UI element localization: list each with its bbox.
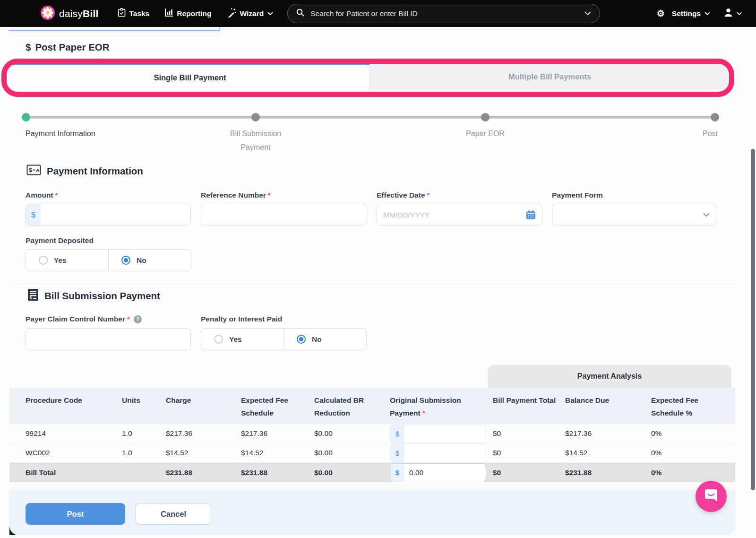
- amount-label: Amount *: [26, 191, 58, 200]
- cell-procedure-code: WC002: [26, 449, 122, 457]
- radio-selected-icon[interactable]: [297, 335, 306, 344]
- vertical-scrollbar-thumb[interactable]: [751, 149, 755, 490]
- required-asterisk: *: [268, 191, 271, 200]
- chevron-down-icon: [267, 12, 273, 16]
- payment-deposited-radio-group: Yes No: [26, 249, 191, 271]
- section-divider: [9, 284, 735, 284]
- original-payment-total-field[interactable]: $: [390, 463, 486, 482]
- penalty-yes-option[interactable]: Yes: [201, 329, 284, 350]
- cell-expected-pct: 0%: [651, 429, 735, 438]
- original-payment-field[interactable]: $: [390, 443, 486, 462]
- brand-bill: Bill: [83, 8, 98, 19]
- payment-deposited-yes-option[interactable]: Yes: [26, 250, 109, 271]
- help-icon[interactable]: ?: [134, 315, 142, 323]
- nav-wizard-label: Wizard: [240, 9, 264, 18]
- search-input[interactable]: [309, 9, 579, 18]
- step-label-post: Post: [672, 127, 718, 140]
- cell-units: 1.0: [122, 449, 166, 457]
- payer-claim-input[interactable]: [26, 329, 190, 350]
- nav-tasks[interactable]: Tasks: [118, 8, 150, 19]
- no-label: No: [137, 256, 146, 265]
- chat-launcher-button[interactable]: [696, 481, 727, 512]
- original-payment-input[interactable]: [404, 444, 486, 462]
- wizard-wand-icon: [227, 8, 236, 19]
- calendar-icon[interactable]: [526, 210, 536, 220]
- tab-single-bill-payment[interactable]: Single Bill Payment: [10, 63, 370, 90]
- col-charge: Charge: [166, 394, 241, 424]
- required-asterisk: *: [55, 191, 58, 200]
- cell-bill-payment-total: $0: [493, 429, 565, 438]
- cell-bill-payment-total: $0: [493, 449, 565, 457]
- payment-analysis-banner: Payment Analysis: [488, 365, 731, 388]
- col-calculated-br-reduction: Calculated BR Reduction: [314, 394, 390, 424]
- chevron-down-icon: [703, 213, 710, 217]
- nav-reporting[interactable]: Reporting: [164, 9, 211, 18]
- cancel-button[interactable]: Cancel: [136, 503, 211, 525]
- nav-wizard[interactable]: Wizard: [227, 8, 274, 19]
- user-account-menu[interactable]: [722, 7, 742, 20]
- search-chevron-down-icon[interactable]: [584, 11, 591, 16]
- step-dot-post: [711, 113, 719, 121]
- top-navbar: daisyBill Tasks Reporting: [0, 0, 756, 27]
- radio-unselected-icon[interactable]: [214, 335, 223, 344]
- required-asterisk: *: [427, 191, 430, 200]
- radio-unselected-icon[interactable]: [39, 256, 48, 265]
- daisybill-logo[interactable]: daisyBill: [41, 6, 99, 22]
- reference-number-input[interactable]: [201, 204, 367, 226]
- cell-bill-total-label: Bill Total: [26, 469, 122, 477]
- step-label-payment-information: Payment Information: [26, 127, 95, 140]
- action-footer: Post Cancel: [9, 492, 735, 535]
- payment-form-label: Payment Form: [552, 191, 603, 200]
- global-search[interactable]: [287, 4, 600, 23]
- step-dot-bill-submission: [251, 113, 260, 121]
- tab-multiple-bill-payments[interactable]: Multiple Bill Payments: [370, 63, 730, 90]
- user-avatar-icon: [722, 7, 734, 20]
- payment-deposited-label-text: Payment Deposited: [26, 236, 94, 245]
- reference-number-field[interactable]: [201, 204, 367, 226]
- yes-label: Yes: [229, 335, 242, 344]
- effective-date-input[interactable]: [377, 204, 526, 226]
- cell-procedure-code: 99214: [26, 429, 122, 438]
- payer-claim-label-text: Payer Claim Control Number: [26, 315, 125, 323]
- radio-selected-icon[interactable]: [121, 256, 130, 265]
- payment-deposited-no-option[interactable]: No: [109, 250, 191, 271]
- amount-field[interactable]: $: [26, 204, 191, 226]
- currency-prefix: $: [390, 464, 404, 482]
- step-label-paper-eor: Paper EOR: [447, 127, 523, 140]
- check-money-icon: $: [26, 165, 41, 178]
- original-payment-field[interactable]: $: [390, 424, 486, 443]
- cell-units: 1.0: [122, 429, 166, 438]
- payer-claim-field[interactable]: [26, 328, 191, 350]
- cell-expected: $14.52: [241, 449, 314, 457]
- post-button[interactable]: Post: [26, 503, 125, 525]
- nav-settings[interactable]: ⚙ Settings: [657, 9, 710, 18]
- col-original-submission-payment: Original Submission Payment *: [390, 394, 493, 424]
- col-procedure-code: Procedure Code: [26, 394, 122, 424]
- amount-input[interactable]: [41, 204, 190, 226]
- original-payment-total-input[interactable]: [404, 464, 486, 482]
- original-payment-input[interactable]: [404, 425, 486, 443]
- dollar-icon: $: [26, 42, 31, 53]
- tasks-clipboard-icon: [118, 8, 126, 19]
- cell-bill-payment-total: $0: [493, 469, 565, 477]
- cell-charge: $217.36: [166, 429, 241, 438]
- payment-mode-tabs: Single Bill Payment Multiple Bill Paymen…: [10, 63, 730, 90]
- gear-icon: ⚙: [657, 9, 665, 18]
- amount-label-text: Amount: [26, 191, 53, 200]
- cell-expected: $217.36: [241, 429, 314, 438]
- payer-claim-label: Payer Claim Control Number * ?: [26, 315, 142, 323]
- brand-text: daisyBill: [59, 8, 99, 19]
- bill-submission-heading-text: Bill Submission Payment: [44, 290, 160, 302]
- nav-reporting-label: Reporting: [177, 9, 211, 18]
- col-expected-fee-schedule-pct: Expected Fee Schedule %: [651, 394, 735, 424]
- payment-form-label-text: Payment Form: [552, 191, 603, 200]
- step-dot-paper-eor: [481, 113, 490, 121]
- chevron-down-icon: [737, 12, 742, 16]
- payment-form-select[interactable]: [552, 204, 716, 226]
- penalty-label-text: Penalty or Interest Paid: [201, 315, 282, 323]
- penalty-no-option[interactable]: No: [284, 329, 366, 350]
- cell-reduction: $0.00: [314, 449, 390, 457]
- table-row: WC002 1.0 $14.52 $14.52 $0.00 $ $0 $14.5…: [9, 443, 735, 463]
- effective-date-field[interactable]: [377, 204, 542, 226]
- cell-reduction: $0.00: [314, 429, 390, 438]
